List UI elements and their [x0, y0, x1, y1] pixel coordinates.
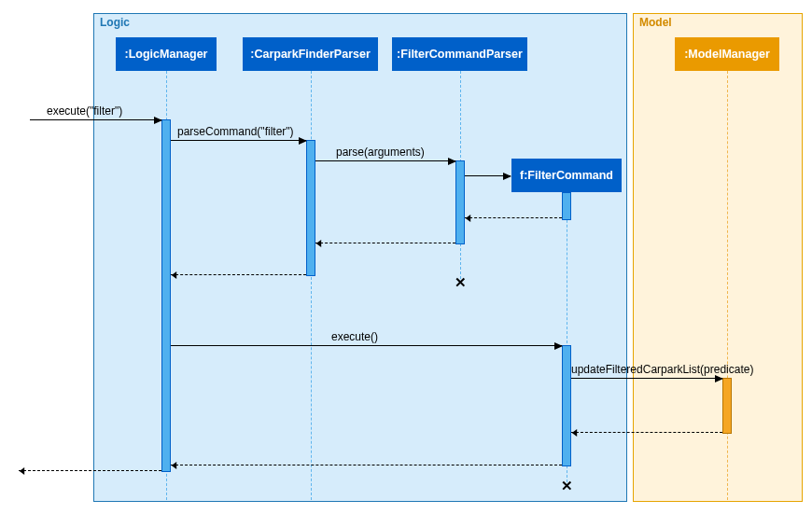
model-manager-object: :ModelManager — [675, 37, 779, 71]
msg-execute-fc-label: execute() — [331, 330, 378, 343]
msg-parse-command-label: parseCommand("filter") — [177, 125, 294, 138]
filter-command-parser-activation — [455, 160, 465, 244]
msg-execute-filter — [30, 119, 161, 120]
ret-cfp-to-lm — [171, 274, 306, 275]
msg-execute-fc — [171, 345, 562, 346]
filter-command-activation-1 — [562, 192, 571, 220]
logic-frame-label: Logic — [100, 16, 130, 29]
carpark-finder-parser-lifeline — [311, 71, 312, 500]
ret-fcp-to-cfp — [315, 243, 455, 243]
filter-command-destroy: ✕ — [561, 481, 572, 493]
logic-manager-object: :LogicManager — [116, 37, 217, 71]
filter-command-parser-object: :FilterCommandParser — [392, 37, 527, 71]
msg-create-filter-command — [465, 175, 511, 176]
msg-parse-args-label: parse(arguments) — [336, 146, 425, 159]
filter-command-object: f:FilterCommand — [511, 159, 622, 192]
ret-fc-to-lm — [171, 465, 562, 465]
model-frame-label: Model — [639, 16, 672, 29]
model-manager-activation — [722, 378, 732, 434]
msg-execute-filter-label: execute("filter") — [47, 104, 122, 118]
msg-update-filtered-label: updateFilteredCarparkList(predicate) — [571, 363, 753, 376]
carpark-finder-parser-object: :CarparkFinderParser — [243, 37, 378, 71]
logic-frame: Logic — [93, 13, 627, 502]
msg-update-filtered — [571, 378, 722, 379]
filter-command-activation-2 — [562, 345, 571, 466]
filter-command-parser-destroy: ✕ — [455, 278, 466, 289]
model-manager-lifeline — [727, 71, 728, 500]
msg-parse-args — [315, 160, 455, 161]
logic-manager-activation — [161, 119, 171, 472]
ret-mm-to-fc — [571, 432, 722, 433]
msg-parse-command — [171, 140, 306, 141]
ret-lm-to-caller — [19, 470, 161, 471]
model-frame: Model — [633, 13, 803, 502]
carpark-finder-parser-activation — [306, 140, 315, 276]
ret-fc-to-fcp — [465, 217, 562, 218]
